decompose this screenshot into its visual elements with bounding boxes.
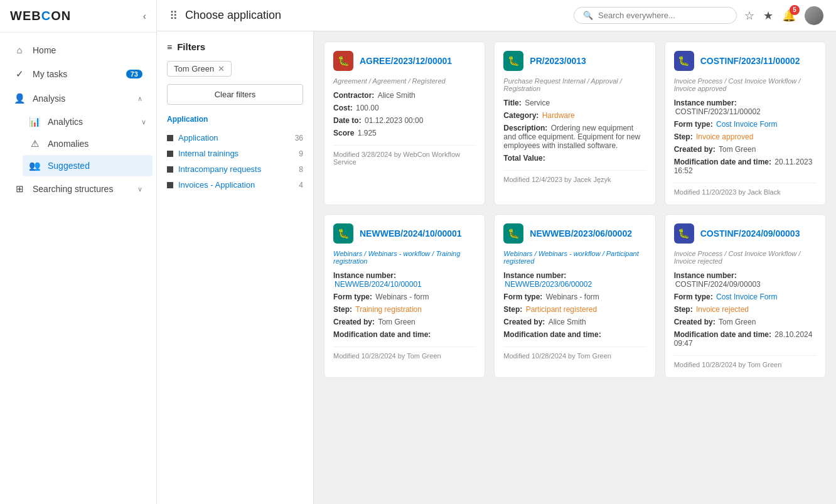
clear-filters-button[interactable]: Clear filters	[167, 84, 303, 105]
sidebar-item-analysis[interactable]: 👤 Analysis ∧	[4, 87, 153, 110]
card-modified: Modified 10/28/2024 by Tom Green	[333, 346, 476, 360]
sidebar-toggle[interactable]: ‹	[143, 11, 146, 22]
card-icon-teal: 🐛	[503, 51, 523, 71]
field-label: Form type:	[674, 292, 713, 301]
filter-square-icon	[167, 135, 173, 141]
result-card-4: 🐛 NEWWEB/2024/10/00001 Webinars / Webina…	[324, 214, 485, 378]
chevron-up-icon: ∧	[137, 95, 142, 103]
sidebar-item-searching-structures[interactable]: ⊞ Searching structures ∨	[4, 177, 153, 201]
card-path: Invoice Process / Cost Invoice Workflow …	[674, 77, 817, 92]
card-path-link[interactable]: Webinars / Webinars - workflow / Partici…	[503, 250, 646, 265]
search-input[interactable]	[598, 11, 727, 20]
field-value: COSTINF/2024/09/00003	[675, 280, 761, 289]
filter-lines-icon: ≡	[167, 42, 172, 52]
star-icon[interactable]: ★	[763, 9, 773, 23]
sidebar-item-label: Searching structures	[33, 184, 130, 194]
filter-item-count: 8	[299, 165, 303, 174]
sidebar-item-my-tasks[interactable]: ✓ My tasks 73	[4, 62, 153, 86]
filter-item-intracompany[interactable]: Intracompany requests 8	[167, 161, 303, 177]
card-field: Title: Service	[503, 99, 646, 107]
modified-text: Modified 11/20/2023 by Jack Black	[674, 188, 781, 196]
topbar-icons: ☆ ★ 🔔 5	[744, 6, 823, 25]
searching-icon: ⊞	[14, 183, 25, 195]
tasks-badge: 73	[126, 70, 142, 78]
card-modified: Modified 10/28/2024 by Tom Green	[674, 355, 817, 368]
field-value: Invoice approved	[696, 132, 753, 141]
field-label: Instance number:	[333, 271, 396, 280]
card-path: Agreement / Agreement / Registered	[333, 77, 476, 85]
field-label: Instance number:	[503, 271, 566, 280]
field-label: Form type:	[333, 292, 372, 301]
card-title[interactable]: AGREE/2023/12/00001	[360, 56, 452, 66]
chevron-down-icon: ∨	[141, 118, 146, 126]
card-icon-red: 🐛	[333, 51, 353, 71]
field-label: Score	[333, 129, 354, 137]
field-value: Tom Green	[719, 145, 756, 154]
field-label: Form type:	[674, 120, 713, 129]
sidebar-item-home[interactable]: ⌂ Home	[4, 38, 153, 62]
sidebar-item-label: Analysis	[33, 94, 130, 104]
card-field: Description: Ordering new equipment and …	[503, 124, 646, 150]
result-card-2: 🐛 PR/2023/0013 Purchase Request Internal…	[494, 41, 655, 205]
modified-text: Modified 10/28/2024 by Tom Green	[503, 352, 611, 360]
card-title[interactable]: COSTINF/2024/09/00003	[700, 228, 800, 239]
filter-item-invoices[interactable]: Invoices - Application 4	[167, 177, 303, 193]
sidebar: WEBCON ‹ ⌂ Home ✓ My tasks 73 👤 Analysis…	[0, 0, 157, 504]
card-title[interactable]: COSTINF/2023/11/00002	[700, 56, 800, 66]
bug-icon: 🐛	[338, 55, 350, 67]
content-area: ≡ Filters Tom Green ✕ Clear filters Appl…	[157, 31, 836, 504]
field-label: Created by:	[503, 318, 545, 326]
analysis-icon: 👤	[14, 93, 25, 104]
card-icon-indigo: 🐛	[674, 223, 694, 244]
field-value: Cost Invoice Form	[716, 120, 777, 129]
bug-icon: 🐛	[678, 55, 690, 67]
card-title[interactable]: PR/2023/0013	[530, 56, 586, 66]
bookmark-icon[interactable]: ☆	[744, 9, 754, 23]
sidebar-item-anomalies[interactable]: ⚠ Anomalies	[23, 133, 153, 154]
notification-bell[interactable]: 🔔 5	[782, 9, 796, 23]
modified-text: Modified 10/28/2024 by Tom Green	[674, 361, 782, 368]
card-icon-teal: 🐛	[503, 223, 523, 244]
card-header: 🐛 AGREE/2023/12/00001	[333, 51, 476, 71]
filter-square-icon	[167, 166, 173, 173]
field-value: Hardware	[542, 111, 575, 120]
filter-item-internal-trainings[interactable]: Internal trainings 9	[167, 146, 303, 161]
filter-tag-label: Tom Green	[174, 64, 214, 73]
field-label: Created by:	[674, 318, 715, 326]
remove-filter-button[interactable]: ✕	[218, 64, 225, 73]
field-value: COSTINF/2023/11/00002	[675, 107, 761, 116]
result-card-5: 🐛 NEWWEB/2023/06/00002 Webinars / Webina…	[494, 214, 655, 378]
bug-icon: 🐛	[338, 228, 350, 239]
field-value: 100.00	[356, 104, 379, 112]
sidebar-item-label: Home	[33, 45, 142, 55]
filter-item-count: 36	[295, 134, 303, 142]
card-field: Form type: Webinars - form	[333, 292, 476, 301]
sidebar-item-suggested[interactable]: 👥 Suggested	[23, 155, 153, 176]
modified-text: Modified 3/28/2024 by WebCon Workflow Se…	[333, 151, 460, 166]
filter-item-application[interactable]: Application 36	[167, 130, 303, 146]
sidebar-item-label: Anomalies	[48, 139, 146, 149]
avatar[interactable]	[805, 6, 823, 25]
card-path: Purchase Request Internal / Approval / R…	[503, 77, 646, 92]
card-field: Instance number: COSTINF/2023/11/00002	[674, 99, 817, 116]
field-value: Webinars - form	[375, 292, 429, 301]
card-header: 🐛 NEWWEB/2023/06/00002	[503, 223, 646, 244]
avatar-image	[805, 6, 823, 25]
card-title[interactable]: NEWWEB/2024/10/00001	[360, 228, 462, 239]
results-grid: 🐛 AGREE/2023/12/00001 Agreement / Agreem…	[324, 41, 826, 378]
sidebar-item-label: Analytics	[48, 117, 134, 127]
search-box[interactable]: 🔍	[574, 7, 737, 24]
result-card-6: 🐛 COSTINF/2024/09/00003 Invoice Process …	[665, 214, 826, 378]
card-field: Created by: Tom Green	[333, 318, 476, 326]
sidebar-item-analytics[interactable]: 📊 Analytics ∨	[23, 111, 153, 132]
card-title[interactable]: NEWWEB/2023/06/00002	[530, 228, 632, 239]
card-path: Invoice Process / Cost Invoice Workflow …	[674, 250, 817, 265]
grid-icon[interactable]: ⠿	[169, 9, 178, 23]
card-path-link[interactable]: Webinars / Webinars - workflow / Trainin…	[333, 250, 476, 265]
card-field: Category: Hardware	[503, 111, 646, 120]
card-field: Step: Participant registered	[503, 305, 646, 314]
card-modified: Modified 12/4/2023 by Jacek Język	[503, 170, 646, 183]
field-value: NEWWEB/2023/06/00002	[505, 280, 592, 289]
card-icon-teal: 🐛	[333, 223, 353, 244]
field-value: Service	[525, 99, 550, 107]
